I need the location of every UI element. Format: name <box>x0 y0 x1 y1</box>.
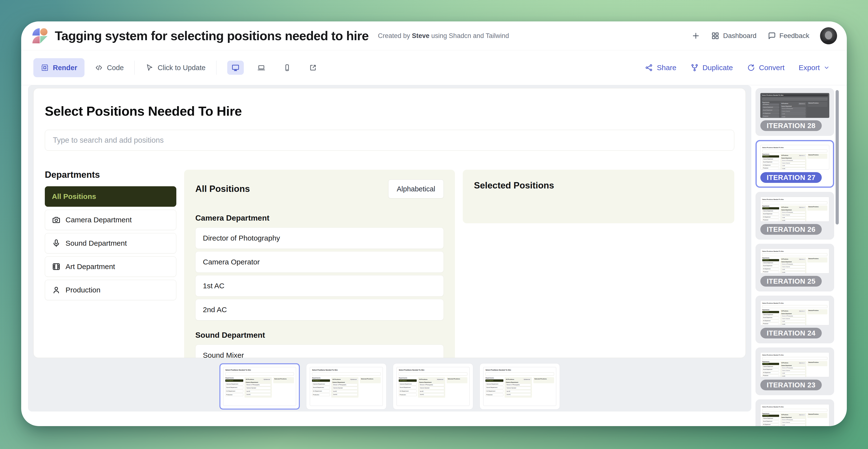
mini-dept-art: Art Department <box>312 390 330 392</box>
iteration-card[interactable]: Select Positions Needed To Hire Departme… <box>755 348 834 395</box>
dashboard-link[interactable]: Dashboard <box>711 31 756 40</box>
alphabetical-sort-button[interactable]: Alphabetical <box>388 180 444 198</box>
mini-search-input <box>762 357 827 360</box>
iteration-card[interactable]: Select Positions Needed To Hire Departme… <box>755 296 834 343</box>
selected-positions-heading: Selected Positions <box>474 181 723 191</box>
new-project-plus-icon[interactable] <box>691 31 700 40</box>
mini-position-row: 1st AC <box>419 390 444 393</box>
film-icon <box>52 262 61 271</box>
convert-button[interactable]: Convert <box>747 64 784 72</box>
mini-all-positions-heading: All Positions <box>246 379 254 380</box>
mini-position-row: Director of Photography <box>781 107 805 110</box>
feedback-link[interactable]: Feedback <box>767 31 809 40</box>
mini-position-row: 2nd AC <box>781 167 805 170</box>
open-in-new-window-button[interactable] <box>305 61 321 75</box>
iteration-card[interactable]: Select Positions Needed To Hire Departme… <box>755 192 834 239</box>
mini-position-row: Director of Photography <box>333 384 358 386</box>
mini-section-heading: Camera Department <box>781 158 805 159</box>
mini-dept-all: All Positions <box>762 311 779 313</box>
mini-section-heading: Camera Department <box>246 382 271 383</box>
position-row[interactable]: Sound Mixer <box>195 345 444 358</box>
mini-position-row: Camera Operator <box>506 387 531 389</box>
mini-sort-button: Alphabetical <box>799 206 805 209</box>
mini-sort-button: Alphabetical <box>263 378 271 381</box>
carousel-thumbnail[interactable]: Select Positions Needed To Hire Departme… <box>479 363 560 410</box>
magic-patterns-logo-icon[interactable] <box>32 28 48 43</box>
search-input[interactable] <box>45 130 734 151</box>
mini-heading: Select Positions Needed To Hire <box>762 251 827 252</box>
dept-button-sound[interactable]: Sound Department <box>45 233 176 254</box>
section-heading-sound: Sound Department <box>195 331 444 340</box>
dept-button-production[interactable]: Production <box>45 280 176 300</box>
code-tab[interactable]: Code <box>95 64 124 72</box>
share-button[interactable]: Share <box>645 64 676 72</box>
dept-button-all-positions[interactable]: All Positions <box>45 186 176 207</box>
mini-position-row: Director of Photography <box>781 211 805 214</box>
dashboard-label: Dashboard <box>723 32 756 40</box>
position-row[interactable]: Director of Photography <box>195 227 444 249</box>
mini-dept-all: All Positions <box>225 379 243 382</box>
laptop-view-toggle[interactable] <box>253 61 270 75</box>
mini-selected-positions-panel: Selected Positions <box>807 413 827 418</box>
dept-button-camera[interactable]: Camera Department <box>45 210 176 230</box>
mini-dept-art: Art Department <box>225 390 243 392</box>
iteration-card[interactable]: Select Positions Needed To Hire Departme… <box>755 88 834 136</box>
mini-dept-all: All Positions <box>762 259 779 261</box>
mini-heading: Select Positions Needed To Hire <box>762 354 827 356</box>
mini-selected-positions-panel: Selected Positions <box>533 377 554 383</box>
mini-dept-camera: Camera Department <box>486 383 503 385</box>
mini-section-heading: Camera Department <box>506 382 531 383</box>
mini-dept-art: Art Department <box>762 268 779 270</box>
mini-dept-all: All Positions <box>762 363 779 365</box>
app-window: Tagging system for selecting positions n… <box>21 22 847 426</box>
export-dropdown[interactable]: Export <box>799 64 830 72</box>
render-tab[interactable]: Render <box>33 58 85 77</box>
position-row[interactable]: 2nd AC <box>195 299 444 320</box>
mini-position-row: Director of Photography <box>781 367 805 369</box>
mini-position-row: 1st AC <box>781 217 805 219</box>
app-preview-thumbnail: Select Positions Needed To Hire Departme… <box>761 93 829 118</box>
duplicate-button[interactable]: Duplicate <box>690 64 733 72</box>
mini-selected-positions-panel: Selected Positions <box>807 154 827 159</box>
mini-all-positions-heading: All Positions <box>419 379 427 380</box>
carousel-thumbnail[interactable]: Select Positions Needed To Hire Departme… <box>306 363 386 410</box>
mini-section-heading: Camera Department <box>419 382 444 383</box>
iteration-card-partial[interactable]: Select Positions Needed To Hire Departme… <box>755 399 834 426</box>
mobile-view-toggle[interactable] <box>279 61 296 75</box>
iteration-card[interactable]: Select Positions Needed To Hire Departme… <box>755 140 834 188</box>
sidebar-scrollbar-thumb[interactable] <box>836 90 839 224</box>
mini-all-positions-heading: All Positions <box>333 379 341 380</box>
mini-dept-camera: Camera Department <box>762 210 779 213</box>
desktop-view-toggle[interactable] <box>227 61 244 75</box>
app-preview-thumbnail: Select Positions Needed To Hire Departme… <box>761 352 829 377</box>
user-avatar[interactable] <box>820 27 837 44</box>
byline-prefix: Created by <box>378 32 410 39</box>
mini-position-row: Camera Operator <box>781 214 805 216</box>
mini-dept-art: Art Department <box>399 390 416 392</box>
click-to-update-button[interactable]: Click to Update <box>146 64 206 72</box>
mini-search-input <box>486 372 554 376</box>
mini-position-row: Director of Photography <box>781 315 805 317</box>
mini-dept-art: Art Department <box>762 423 779 426</box>
dept-button-art[interactable]: Art Department <box>45 256 176 277</box>
iteration-card[interactable]: Select Positions Needed To Hire Departme… <box>755 244 834 291</box>
mini-dept-art: Art Department <box>762 372 779 374</box>
mini-dept-production: Production <box>762 167 779 170</box>
mini-position-row: 2nd AC <box>506 393 531 396</box>
position-row[interactable]: 1st AC <box>195 275 444 296</box>
carousel-thumbnail[interactable]: Select Positions Needed To Hire Departme… <box>393 363 473 410</box>
carousel-thumbnail[interactable]: Select Positions Needed To Hire Departme… <box>219 363 300 410</box>
mini-position-row: Camera Operator <box>781 110 805 113</box>
dashboard-grid-icon <box>711 31 720 40</box>
position-row[interactable]: Camera Operator <box>195 251 444 273</box>
mini-search-input <box>762 305 827 308</box>
mini-position-row: 1st AC <box>781 268 805 271</box>
mini-position-row: 2nd AC <box>246 393 271 396</box>
dept-label: All Positions <box>52 192 96 201</box>
mini-position-row: Director of Photography <box>781 263 805 265</box>
render-label: Render <box>53 64 77 72</box>
mini-position-row: Director of Photography <box>506 384 531 386</box>
app-preview-thumbnail: Select Positions Needed To Hire Departme… <box>761 197 829 222</box>
mini-dept-production: Production <box>762 375 779 377</box>
byline-suffix: using Shadcn and Tailwind <box>431 32 509 39</box>
